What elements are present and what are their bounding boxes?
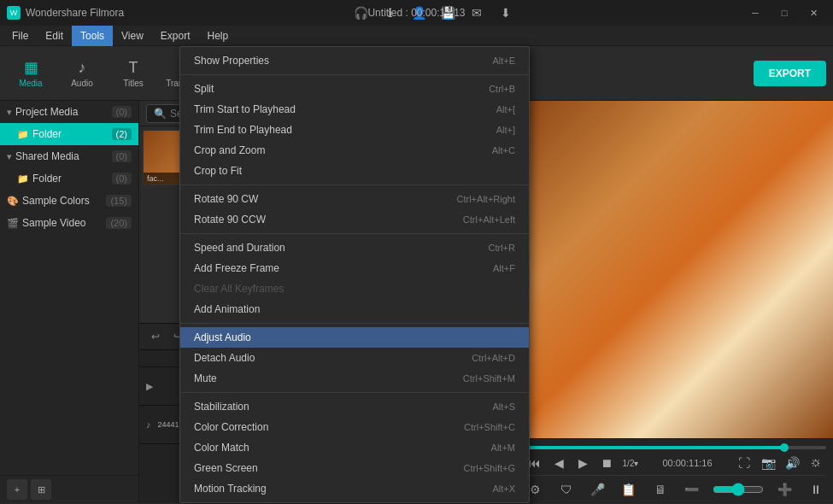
download-icon[interactable]: ⬇ <box>496 3 515 22</box>
next-frame-button[interactable]: 1/2▾ <box>620 453 641 473</box>
add-media-button[interactable]: ⊞ <box>31 479 51 500</box>
crop-fit-label: Crop to Fit <box>194 165 242 177</box>
menu-adjust-audio[interactable]: Adjust Audio <box>180 327 529 348</box>
sample-video-row[interactable]: 🎬 Sample Video (20) <box>0 212 138 234</box>
menu-speed-duration[interactable]: Speed and Duration Ctrl+R <box>180 237 529 258</box>
fullscreen-button[interactable]: ⛶ <box>734 453 754 473</box>
menu-export[interactable]: Export <box>152 26 199 46</box>
folder-label: Folder <box>32 128 112 140</box>
menu-color-correction[interactable]: Color Correction Ctrl+Shift+C <box>180 417 529 437</box>
play-button[interactable]: ▶ <box>572 453 593 473</box>
menu-mute[interactable]: Mute Ctrl+Shift+M <box>180 368 529 389</box>
clear-keyframes-label: Clear All Keyframes <box>194 283 284 295</box>
menu-crop-zoom[interactable]: Crop and Zoom Alt+C <box>180 140 529 161</box>
progress-bar-fill <box>525 446 784 449</box>
prev-frame-button[interactable]: ◀ <box>548 453 569 473</box>
show-properties-shortcut: Alt+E <box>492 56 515 66</box>
sample-video-label: Sample Video <box>22 217 106 229</box>
tool-audio[interactable]: ♪ Audio <box>58 50 106 97</box>
add-animation-label: Add Animation <box>194 303 260 315</box>
trim-end-shortcut: Alt+] <box>496 125 515 135</box>
sample-video-count: (20) <box>106 217 132 229</box>
menu-color-match[interactable]: Color Match Alt+M <box>180 437 529 458</box>
menu-rotate-ccw[interactable]: Rotate 90 CCW Ctrl+Alt+Left <box>180 209 529 230</box>
tool-titles[interactable]: T Titles <box>109 50 157 97</box>
zoom-out-icon[interactable]: ➖ <box>681 479 701 500</box>
speed-duration-label: Speed and Duration <box>194 242 285 254</box>
menu-trim-start[interactable]: Trim Start to Playhead Alt+[ <box>180 99 529 120</box>
tool-media[interactable]: ▦ Media <box>7 50 55 97</box>
menu-stabilization[interactable]: Stabilization Alt+S <box>180 396 529 417</box>
rotate-ccw-shortcut: Ctrl+Alt+Left <box>463 214 515 225</box>
pause-all-button[interactable]: ⏸ <box>806 479 826 500</box>
mail-icon[interactable]: ✉ <box>467 3 486 22</box>
sample-colors-count: (15) <box>106 195 132 207</box>
rotate-cw-label: Rotate 90 CW <box>194 193 258 205</box>
menu-rotate-cw[interactable]: Rotate 90 CW Ctrl+Alt+Right <box>180 189 529 209</box>
export-button[interactable]: EXPORT <box>754 61 826 86</box>
progress-bar[interactable] <box>525 446 826 449</box>
tools-menu-section-5: Adjust Audio Detach Audio Ctrl+Alt+D Mut… <box>180 324 529 393</box>
trim-start-label: Trim Start to Playhead <box>194 103 296 115</box>
folder2-label: Folder <box>32 173 112 185</box>
add-folder-button[interactable]: + <box>7 479 27 500</box>
stabilization-label: Stabilization <box>194 401 249 413</box>
media-icon: ▦ <box>24 58 38 77</box>
time-display: 00:00:11:16 <box>662 458 712 468</box>
folder-count: (2) <box>112 128 132 140</box>
split-shortcut: Ctrl+B <box>489 84 515 94</box>
mic-icon[interactable]: 🎤 <box>587 479 607 500</box>
shield-icon[interactable]: 🛡 <box>556 479 577 500</box>
zoom-slider[interactable] <box>713 483 764 496</box>
project-media-label: Project Media <box>15 106 112 118</box>
settings-button[interactable]: ⛭ <box>806 453 826 473</box>
zoom-in-icon[interactable]: ➕ <box>774 479 795 500</box>
minimize-button[interactable]: ─ <box>742 4 768 21</box>
close-button[interactable]: ✕ <box>801 4 826 21</box>
folder2-row[interactable]: 📁 Folder (0) <box>0 167 138 190</box>
stabilization-shortcut: Alt+S <box>492 401 515 412</box>
menu-help[interactable]: Help <box>199 26 238 46</box>
menu-trim-end[interactable]: Trim End to Playhead Alt+] <box>180 120 529 140</box>
stop-button[interactable]: ⏹ <box>596 453 617 473</box>
menu-detach-audio[interactable]: Detach Audio Ctrl+Alt+D <box>180 348 529 368</box>
detach-audio-shortcut: Ctrl+Alt+D <box>472 353 515 363</box>
menu-view[interactable]: View <box>113 26 152 46</box>
menu-add-animation[interactable]: Add Animation <box>180 299 529 319</box>
tools-menu-section-4: Speed and Duration Ctrl+R Add Freeze Fra… <box>180 234 529 324</box>
shared-media-count: (0) <box>112 150 132 162</box>
speed-duration-shortcut: Ctrl+R <box>489 243 515 253</box>
tools-menu-section-3: Rotate 90 CW Ctrl+Alt+Right Rotate 90 CC… <box>180 185 529 234</box>
menu-edit[interactable]: Edit <box>37 26 72 46</box>
tools-menu-section-2: Split Ctrl+B Trim Start to Playhead Alt+… <box>180 75 529 185</box>
folder2-icon: 📁 <box>17 173 29 185</box>
split-label: Split <box>194 83 214 95</box>
undo-button[interactable]: ↩ <box>146 327 165 346</box>
progress-handle[interactable] <box>780 443 789 452</box>
screen-icon[interactable]: 🖥 <box>650 479 671 500</box>
maximize-button[interactable]: □ <box>771 4 797 21</box>
menu-file[interactable]: File <box>3 26 37 46</box>
freeze-frame-shortcut: Alt+F <box>493 263 515 273</box>
menu-tools[interactable]: Tools <box>72 26 113 46</box>
menu-split[interactable]: Split Ctrl+B <box>180 79 529 99</box>
show-properties-label: Show Properties <box>194 55 269 67</box>
extra-controls-row: ⚙ 🛡 🎤 📋 🖥 ➖ ➕ ⏸ <box>525 475 826 500</box>
volume-control[interactable]: 🔊 <box>782 453 802 473</box>
controls-row: ⏮ ◀ ▶ ⏹ 1/2▾ 00:00:11:16 ⛶ 📷 🔊 ⛭ <box>525 453 826 473</box>
titlebar: W Wondershare Filmora 🎧 ℹ 👤 💾 ✉ ⬇ Untitl… <box>0 0 833 26</box>
menu-crop-fit[interactable]: Crop to Fit <box>180 161 529 181</box>
menu-green-screen[interactable]: Green Screen Ctrl+Shift+G <box>180 458 529 478</box>
menu-freeze-frame[interactable]: Add Freeze Frame Alt+F <box>180 258 529 278</box>
project-media-row[interactable]: ▾ Project Media (0) <box>0 101 138 123</box>
screenshot-button[interactable]: 📷 <box>758 453 778 473</box>
notes-icon[interactable]: 📋 <box>619 479 639 500</box>
folder-row-active[interactable]: 📁 Folder (2) <box>0 123 138 145</box>
chevron-right-icon: ▾ <box>7 151 12 162</box>
menu-show-properties[interactable]: Show Properties Alt+E <box>180 50 529 71</box>
adjust-audio-label: Adjust Audio <box>194 331 251 343</box>
shared-media-row[interactable]: ▾ Shared Media (0) <box>0 145 138 167</box>
sample-colors-row[interactable]: 🎨 Sample Colors (15) <box>0 190 138 212</box>
audio-label: Audio <box>71 79 93 88</box>
menu-motion-tracking[interactable]: Motion Tracking Alt+X <box>180 478 529 499</box>
